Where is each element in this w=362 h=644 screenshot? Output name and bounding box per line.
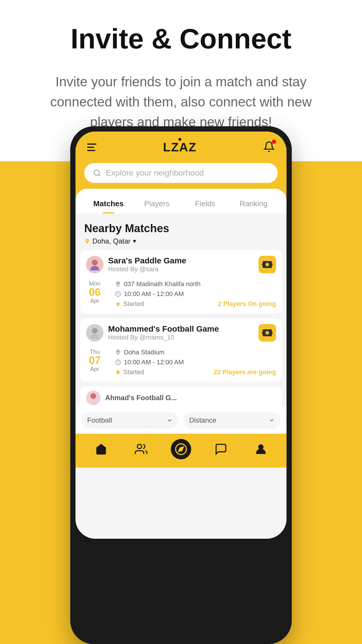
page-title: Invite & Connect [23,23,339,54]
nearby-title: Nearby Matches [84,222,278,235]
location-info-1: 037 Madinath Khalifa north [115,280,276,288]
players-going-2: 22 Players are going [214,368,276,376]
chat-icon [215,443,227,456]
card-title-section-1: Sara's Paddle Game Hosted By @sara [108,256,254,273]
card-header-2: Mohammed's Football Game Hosted By @mams… [80,318,282,346]
status-text-2: Started [115,368,144,376]
month-1: Apr [90,298,99,304]
svg-rect-13 [262,332,264,334]
svg-point-2 [92,260,98,265]
day-num-1: 06 [89,287,101,298]
time-text-2: 10:00 AM - 12:00 AM [124,358,184,366]
avatar-sara [86,256,103,273]
bottom-nav [75,434,287,468]
distance-filter-label: Distance [189,416,216,424]
svg-rect-5 [262,263,264,266]
location-text: Doha, Qatar [92,237,131,245]
card-details-1: Mon 06 Apr 037 Madinath Khalifa north [80,278,282,314]
card-info-1: 037 Madinath Khalifa north 10:00 AM - 12… [115,280,276,308]
location-text-1: 037 Madinath Khalifa north [124,280,201,288]
card-info-2: Doha Stadium 10:00 AM - 12:00 AM [115,349,276,376]
card-details-2: Thu 07 Apr Doha Stadium [80,346,282,382]
search-placeholder: Explore your neighborhood [106,168,204,178]
svg-point-15 [117,351,119,352]
avatar-partial [86,391,101,405]
svg-point-0 [94,170,100,175]
tab-matches[interactable]: Matches [84,195,133,214]
app-logo: LZAZ [163,140,196,154]
location-row[interactable]: Doha, Qatar ▾ [84,237,278,245]
phone-frame: LZAZ Explore your neighbo [70,126,292,644]
distance-filter-chevron-icon [268,417,275,424]
clock-icon-1 [115,291,121,297]
svg-line-1 [99,174,100,176]
notification-bell-button[interactable] [263,141,275,154]
card-date-1: Mon 06 Apr [86,280,103,308]
status-row-1: Started 2 Players On going [115,300,276,308]
players-going-1: 2 Players On going [218,300,276,308]
match-card-2[interactable]: Mohammed's Football Game Hosted By @mams… [80,318,282,382]
game-name-2: Mohammed's Football Game [108,324,254,334]
search-container: Explore your neighborhood [75,160,287,189]
filter-bar: Football Distance [75,407,287,434]
svg-rect-14 [271,332,273,334]
partial-card-text: Ahmad's Football G... [105,394,177,402]
football-filter-button[interactable]: Football [81,412,179,428]
svg-point-4 [266,263,269,266]
game-name-1: Sara's Paddle Game [108,256,254,265]
svg-point-18 [90,393,96,399]
svg-point-10 [92,328,98,334]
tab-ranking[interactable]: Ranking [229,195,278,214]
star-icon-1 [115,301,121,307]
status-text-1: Started [115,300,144,308]
nav-people-button[interactable] [131,440,151,458]
time-text-1: 10:00 AM - 12:00 AM [124,290,184,298]
bottom-section: LZAZ Explore your neighbo [0,161,362,644]
card-header-1: Sara's Paddle Game Hosted By @sara [80,250,282,278]
nav-chat-button[interactable] [211,440,231,458]
tabs-bar: Matches Players Fields Ranking [75,189,287,214]
month-2: Apr [90,366,99,372]
svg-point-12 [266,331,269,335]
day-num-2: 07 [89,355,101,366]
hosted-by-1: Hosted By @sara [108,265,254,273]
football-filter-label: Football [87,416,112,424]
home-icon [95,443,108,456]
card-partial-inner: Ahmad's Football G... [80,386,282,407]
card-title-section-2: Mohammed's Football Game Hosted By @mams… [108,324,254,341]
match-card-1[interactable]: Sara's Paddle Game Hosted By @sara [80,250,282,314]
football-filter-chevron-icon [166,417,173,424]
clock-icon-2 [115,359,121,365]
location-small-icon-2 [115,349,121,355]
logo-dot [178,138,181,141]
phone-content: Matches Players Fields Ranking Nearby Ma… [75,189,287,539]
nav-home-button[interactable] [91,440,111,458]
distance-filter-button[interactable]: Distance [183,412,281,428]
search-bar[interactable]: Explore your neighborhood [84,163,278,183]
star-icon-2 [115,369,121,375]
page-subtitle: Invite your friends to join a match and … [50,72,312,132]
time-info-2: 10:00 AM - 12:00 AM [115,358,276,366]
tab-fields[interactable]: Fields [181,195,229,214]
svg-point-7 [117,283,119,284]
status-row-2: Started 22 Players are going [115,368,276,376]
svg-point-19 [137,444,142,449]
svg-marker-21 [179,447,183,452]
location-small-icon [115,281,121,287]
phone-header: LZAZ [75,132,287,160]
people-icon [135,443,147,456]
svg-rect-6 [271,263,273,266]
location-pin-icon [84,238,90,244]
location-text-2: Doha Stadium [124,349,164,356]
card-date-2: Thu 07 Apr [86,349,103,376]
location-info-2: Doha Stadium [115,349,276,356]
svg-marker-9 [116,301,121,306]
game-icon-1 [259,256,276,273]
nav-compass-button[interactable] [171,439,191,459]
match-card-partial: Ahmad's Football G... [80,386,282,407]
tab-players[interactable]: Players [133,195,181,214]
game-icon-2 [259,324,276,342]
phone-inner: LZAZ Explore your neighbo [75,132,287,539]
nav-profile-button[interactable] [251,440,271,458]
hamburger-menu-button[interactable] [87,144,96,151]
